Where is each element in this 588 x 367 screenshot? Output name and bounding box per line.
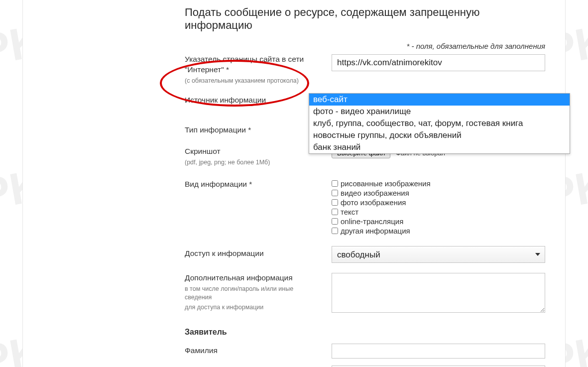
required-fields-note: * - поля, обязательные для заполнения bbox=[23, 42, 565, 54]
kind-checkbox[interactable] bbox=[332, 209, 338, 215]
kind-checkbox[interactable] bbox=[332, 199, 338, 206]
url-hint: (с обязательным указанием протокола) bbox=[185, 77, 322, 85]
source-dropdown-panel[interactable]: веб-сайт фото - видео хранилище клуб, гр… bbox=[309, 93, 570, 154]
row-url: Указатель страницы сайта в сети "Интерне… bbox=[185, 54, 545, 85]
additional-hint1: в том числе логин/пароль и/или иные свед… bbox=[185, 285, 322, 302]
kind-checkbox[interactable] bbox=[332, 218, 338, 225]
kind-option-text[interactable]: текст bbox=[332, 208, 545, 216]
additional-label-text: Дополнительная информация bbox=[185, 273, 293, 282]
access-label: Доступ к информации bbox=[185, 246, 332, 259]
screenshot-label-text: Скриншот bbox=[185, 147, 221, 155]
applicant-heading: Заявитель bbox=[185, 325, 545, 344]
kind-option-other[interactable]: другая информация bbox=[332, 227, 545, 235]
kind-label: Вид информации * bbox=[185, 179, 332, 190]
row-surname: Фамилия bbox=[185, 344, 545, 359]
screenshot-hint: (pdf, jpeg, png; не более 1Мб) bbox=[185, 158, 322, 167]
access-select[interactable]: свободный bbox=[332, 246, 545, 263]
kind-checkbox[interactable] bbox=[332, 180, 338, 187]
additional-hint2: для доступа к информации bbox=[185, 303, 322, 312]
surname-label: Фамилия bbox=[185, 344, 332, 356]
source-option-knowledge[interactable]: банк знаний bbox=[309, 141, 570, 153]
source-option-club[interactable]: клуб, группа, сообщество, чат, форум, го… bbox=[309, 118, 570, 129]
kind-checkbox[interactable] bbox=[332, 190, 338, 196]
additional-label: Дополнительная информация в том числе ло… bbox=[185, 273, 332, 312]
row-kind: Вид информации * рисованные изображения … bbox=[185, 179, 545, 236]
additional-textarea[interactable] bbox=[332, 273, 545, 313]
url-input[interactable] bbox=[332, 54, 545, 71]
page-container: Подать сообщение о ресурсе, содержащем з… bbox=[22, 0, 566, 367]
url-label: Указатель страницы сайта в сети "Интерне… bbox=[185, 54, 332, 85]
row-access: Доступ к информации свободный bbox=[185, 246, 545, 263]
kind-option-online[interactable]: online-трансляция bbox=[332, 217, 545, 226]
url-label-text: Указатель страницы сайта в сети "Интерне… bbox=[185, 55, 304, 74]
row-additional: Дополнительная информация в том числе ло… bbox=[185, 273, 545, 315]
page-title: Подать сообщение о ресурсе, содержащем з… bbox=[23, 6, 565, 42]
kind-checkbox[interactable] bbox=[332, 228, 338, 234]
source-option-storage[interactable]: фото - видео хранилище bbox=[309, 106, 570, 118]
kind-option-photo[interactable]: фото изображения bbox=[332, 198, 545, 207]
surname-input[interactable] bbox=[332, 344, 545, 359]
kind-option-drawn[interactable]: рисованные изображения bbox=[332, 179, 545, 188]
source-option-website[interactable]: веб-сайт bbox=[309, 94, 570, 106]
kind-option-video[interactable]: видео изображения bbox=[332, 189, 545, 197]
source-option-news[interactable]: новостные группы, доски объявлений bbox=[309, 129, 570, 141]
access-selected-value: свободный bbox=[337, 250, 380, 259]
